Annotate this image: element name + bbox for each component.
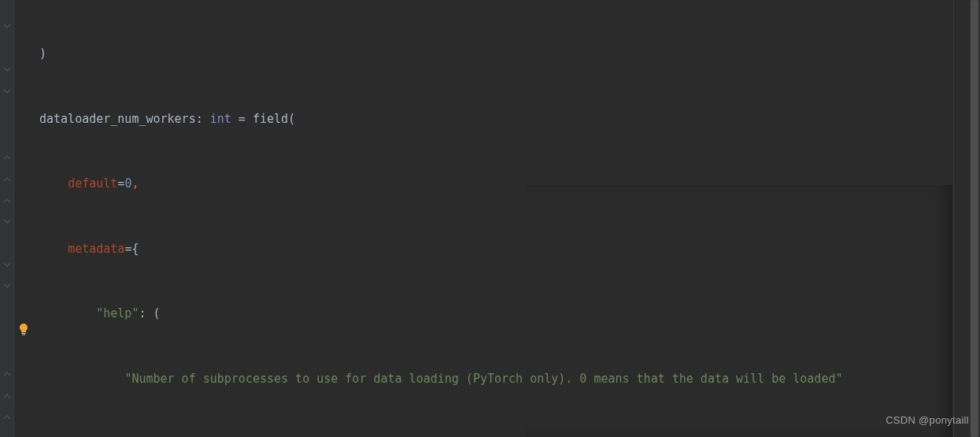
tok: ={	[124, 242, 139, 256]
right-border	[953, 0, 954, 437]
tok: default	[68, 176, 117, 191]
fold-mark-icon[interactable]	[2, 24, 12, 30]
code-line: default=0,	[39, 173, 952, 195]
tok: : (	[139, 306, 160, 320]
fold-mark-icon[interactable]	[2, 154, 12, 160]
fold-mark-icon[interactable]	[2, 176, 12, 182]
gutter	[0, 0, 14, 437]
code-text-area[interactable]: ) dataloader_num_workers: int = field( d…	[14, 0, 952, 437]
tok: =	[231, 112, 253, 126]
svg-rect-1	[22, 334, 25, 335]
fold-mark-icon[interactable]	[2, 392, 12, 398]
vertical-scrollbar[interactable]	[969, 0, 980, 437]
tok: metadata	[68, 242, 124, 256]
indent	[39, 242, 68, 256]
code-line: dataloader_num_workers: int = field(	[39, 109, 952, 131]
fold-mark-icon[interactable]	[2, 370, 12, 376]
tok: :	[196, 112, 210, 126]
fold-mark-icon[interactable]	[2, 262, 12, 268]
watermark: CSDN @ponytaill	[886, 409, 969, 431]
fold-mark-icon[interactable]	[2, 219, 12, 225]
indent	[39, 306, 96, 320]
scrollbar-thumb[interactable]	[971, 0, 978, 437]
indent	[39, 176, 68, 191]
code-line: "help": (	[39, 303, 952, 325]
fold-mark-icon[interactable]	[2, 413, 12, 420]
tok: dataloader_num_workers	[39, 112, 196, 126]
fold-mark-icon[interactable]	[2, 197, 12, 203]
tok: )	[39, 46, 46, 61]
tok: field(	[253, 112, 295, 126]
code-line: metadata={	[39, 239, 952, 261]
fold-mark-icon[interactable]	[2, 89, 12, 95]
svg-rect-0	[22, 333, 26, 334]
intention-bulb-icon[interactable]	[17, 321, 30, 334]
code-line: "Number of subprocesses to use for data …	[39, 368, 952, 391]
fold-mark-icon[interactable]	[2, 67, 12, 73]
tok: "help"	[96, 306, 139, 320]
tok: int	[210, 112, 231, 126]
fold-mark-icon[interactable]	[2, 283, 12, 290]
code-editor[interactable]: ) dataloader_num_workers: int = field( d…	[0, 0, 980, 437]
indent	[39, 372, 124, 386]
tok: ,	[131, 176, 139, 191]
code-line: )	[39, 43, 952, 65]
tok: "Number of subprocesses to use for data …	[124, 372, 842, 386]
code-line: " in the main process."	[39, 433, 952, 437]
